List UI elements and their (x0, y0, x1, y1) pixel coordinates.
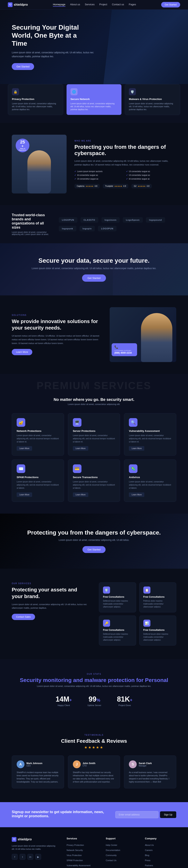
service-card-2: 🔍 Vulnerability Assessment Lorem ipsum d… (124, 413, 176, 456)
footer-link-1-3[interactable]: Contact Us (106, 859, 116, 862)
footer-link-1-0[interactable]: Help Center (106, 844, 117, 846)
footer-link-2-3[interactable]: Press (145, 859, 150, 862)
brand-item-0: LOGOPUN (59, 217, 77, 223)
footer: 🛡 shieldpro Lorem ipsum dolor sit amet c… (0, 827, 188, 868)
feature-card-0: 🔒 Privacy Protection Lorem ipsum dolor s… (8, 84, 63, 115)
nav-cta-button[interactable]: Get Started (161, 2, 180, 7)
consult-card-2: 🔑 Free Consultations Deftend locum dolor… (99, 616, 136, 646)
feature-card-title-2: Malware & Virus Protection (129, 98, 176, 100)
stat-unit-1: % (96, 698, 100, 703)
service-learn-more-2[interactable]: Learn More (129, 446, 144, 451)
service-card-3: ✉️ SPAM Protections Lorem ipsum dolor si… (12, 460, 64, 502)
g2-rating: G2 ★★★★★ 4.8 (131, 184, 152, 188)
stat-label-0: Happy Client (56, 704, 72, 707)
trustpilot-rating: Trustpilot ★★★★★ 4.9 (103, 184, 128, 188)
trustpilot-score: 4.9 (123, 185, 126, 187)
nav-link-pages[interactable]: Pages (129, 3, 136, 7)
services-subtitle: No matter where you go. Be security smar… (12, 397, 176, 402)
review-card-1: J John Smith CTO ShieldPro has truly tra… (68, 755, 120, 788)
stats-title: Security monitoring and malware protecti… (12, 677, 176, 683)
service-learn-more-3[interactable]: Learn More (17, 492, 32, 497)
nav-link-homepage[interactable]: Homepage (53, 3, 65, 7)
consult-card-1: 📋 Free Consultations Pellmos dolor maxim… (139, 582, 177, 612)
social-button-1[interactable]: t (20, 854, 26, 860)
reviewer-name-2: Sarah Clark (139, 762, 152, 765)
consult-icon-1: 📋 (143, 587, 150, 594)
footer-link-2-4[interactable]: Partners (145, 864, 153, 867)
services-grid: 🔐 Network Protections Lorem ipsum dolor … (12, 413, 176, 502)
badge-plus: + (22, 144, 24, 148)
social-button-3[interactable]: ▶ (35, 854, 41, 860)
reviewer-info-1: John Smith CTO (83, 762, 95, 767)
footer-link-2-2[interactable]: Blog (145, 854, 149, 857)
reviewer-avatar-0: A (17, 761, 25, 768)
footer-logo-text: shieldpro (18, 838, 32, 841)
footer-link-0-4[interactable]: Vulnerability Assessment (67, 864, 91, 867)
reviewer-name-1: John Smith (83, 762, 95, 765)
about-description: Lorem ipsum dolor sit amet, consectetur … (74, 159, 176, 166)
footer-link-0-3[interactable]: SPAM Protection (67, 859, 83, 862)
checklist-item-2: Id consectetur augue ac (74, 174, 125, 176)
reviewer-1: J John Smith CTO (73, 761, 115, 768)
newsletter-submit-button[interactable]: Sign Up (160, 811, 176, 818)
badge-label: Years ofExperience (19, 148, 26, 151)
nav-link-project[interactable]: Project (99, 3, 107, 7)
nav-links: HomepageAbout usServicesProjectContact u… (53, 3, 136, 7)
logo-icon: 🛡 (8, 2, 12, 7)
solutions-cta-button[interactable]: Learn More (12, 349, 32, 355)
hero-cta-button[interactable]: Get Started (12, 63, 34, 70)
footer-link-0-0[interactable]: Privacy Protection (67, 844, 84, 846)
brand-item-1: CLASSTO (81, 217, 98, 223)
assets-left: OUR SERVICES Protecting your assets and … (12, 582, 89, 620)
footer-link-2-1[interactable]: Careers (145, 849, 153, 851)
footer-link-0-2[interactable]: Virus Protection (67, 854, 82, 857)
cta-button[interactable]: Get Started (82, 274, 106, 282)
consult-desc-1: Pellmos dolor maximo malesuada consectet… (143, 599, 173, 608)
service-learn-more-5[interactable]: Learn More (129, 492, 144, 497)
service-desc-1: Lorem ipsum dolor sit amet, consectetur … (73, 434, 115, 443)
danger-cta-button[interactable]: Get Started (83, 546, 105, 553)
brand-item-7: LOGOPUN (98, 226, 117, 231)
service-icon-1: 🖥️ (73, 418, 82, 427)
footer-link-0-1[interactable]: Network Security (67, 849, 83, 851)
social-button-0[interactable]: f (12, 854, 18, 860)
service-learn-more-0[interactable]: Learn More (17, 446, 32, 451)
newsletter-email-input[interactable] (115, 811, 158, 818)
capterra-rating: Capterra ★★★★★ 4.8 (74, 184, 100, 188)
social-button-2[interactable]: in (27, 854, 33, 860)
stats-label: OUR STATS (12, 673, 176, 675)
footer-col-company: CompanyAbout UsCareersBlogPressPartners (145, 837, 176, 868)
footer-link-2-0[interactable]: About Us (145, 844, 154, 846)
consult-title-3: Free Consultations (143, 629, 173, 631)
stats-section: OUR STATS Security monitoring and malwar… (0, 659, 188, 720)
nav-link-contact-us[interactable]: Contact us (112, 3, 124, 7)
reviewer-0: A Mark Johnson CEO (17, 761, 59, 768)
assets-title: Protecting your assets and your brand. (12, 587, 89, 600)
service-card-4: 💳 Secure Transactions Lorem ipsum dolor … (68, 460, 120, 502)
experience-badge: 25 + Years ofExperience (15, 138, 29, 152)
social-links: ftin▶ (12, 854, 59, 860)
service-learn-more-1[interactable]: Learn More (73, 446, 88, 451)
assets-cards: 🛡️ Free Consultations Deftend locum dolo… (99, 582, 176, 646)
footer-link-1-2[interactable]: Community (106, 854, 117, 857)
reviewer-info-0: Mark Johnson CEO (26, 762, 42, 767)
assets-cta-button[interactable]: Contact Sales (12, 614, 35, 620)
consult-title-1: Free Consultations (143, 595, 173, 598)
about-image: 25 + Years ofExperience (12, 135, 67, 193)
review-card-2: S Sarah Clark Manager As a small busines… (124, 755, 176, 788)
navigation: 🛡 shieldpro HomepageAbout usServicesProj… (0, 0, 188, 10)
nav-link-services[interactable]: Services (85, 3, 95, 7)
solutions-person (141, 313, 173, 362)
g2-score: 4.8 (147, 185, 149, 187)
reviewer-avatar-1: J (73, 761, 81, 768)
footer-link-1-1[interactable]: Documentation (106, 849, 120, 851)
review-text-1: ShieldPro has truly transformed our secu… (73, 771, 115, 783)
nav-link-about-us[interactable]: About us (70, 3, 80, 7)
brands-text: Trusted world-class brands and organizat… (12, 213, 51, 236)
service-icon-3: ✉️ (17, 464, 25, 473)
consult-card-0: 🛡️ Free Consultations Deftend locum dolo… (99, 582, 136, 612)
feature-card-title-0: Privacy Protection (12, 98, 59, 100)
feature-card-2: 🛡️ Malware & Virus Protection Lorem ipsu… (125, 84, 180, 115)
service-learn-more-4[interactable]: Learn More (73, 492, 88, 497)
about-title: Protecting you from the dangers of cyber… (74, 144, 176, 156)
